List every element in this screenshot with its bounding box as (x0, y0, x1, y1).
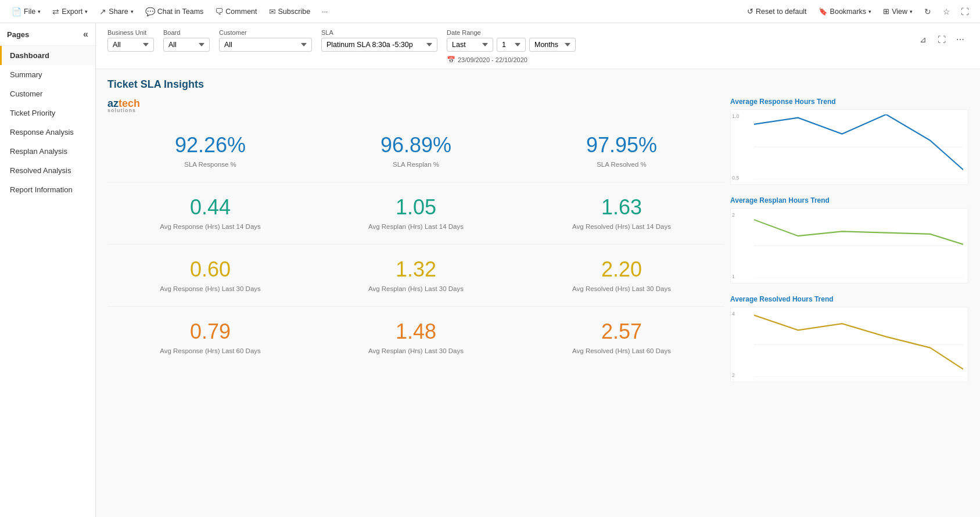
sidebar-item-customer[interactable]: Customer (0, 84, 95, 103)
filter-sla: SLA Platinum SLA 8:30a -5:30p (321, 29, 437, 52)
response-trend-chart: Average Response Hours Trend 1.0 0.5 (730, 98, 968, 185)
chevron-down-icon: ▾ (38, 9, 41, 15)
kpi-resplan-60d: 1.48 Avg Resplan (Hrs) Last 30 Days (313, 309, 519, 364)
kpi-label: Avg Response (Hrs) Last 14 Days (113, 222, 307, 231)
more-options-button[interactable]: ⋯ (952, 31, 968, 48)
bookmarks-button[interactable]: 🔖 Bookmarks ▾ (814, 5, 877, 18)
kpi-resolved-60d: 2.57 Avg Resolved (Hrs) Last 60 Days (519, 309, 724, 364)
kpi-row-4: 0.79 Avg Response (Hrs) Last 60 Days 1.4… (107, 309, 724, 364)
sidebar-item-label: Resplan Analysis (10, 147, 67, 156)
export-icon: ⇄ (52, 7, 59, 16)
board-label: Board (163, 29, 210, 36)
filter-bar: Business Unit All Board All Customer All… (96, 23, 980, 69)
sla-select[interactable]: Platinum SLA 8:30a -5:30p (321, 38, 437, 52)
filter-board: Board All (163, 29, 210, 52)
export-button[interactable]: ⇄ Export ▾ (48, 5, 92, 19)
customer-label: Customer (219, 29, 312, 36)
resplan-trend-chart: Average Resplan Hours Trend 2 1 (730, 196, 968, 283)
comment-button[interactable]: 🗨 Comment (210, 5, 261, 19)
resplan-y-min: 1 (732, 274, 735, 279)
kpi-sla-resplan: 96.89% SLA Resplan % (313, 123, 519, 177)
date-range-value: 📅 23/09/2020 - 22/10/2020 (447, 56, 576, 64)
date-range-row: Last 1 Months (447, 38, 576, 52)
view-icon: ⊞ (883, 7, 889, 16)
chat-in-teams-button[interactable]: 💬 Chat in Teams (141, 5, 209, 19)
kpi-value: 97.95% (525, 133, 719, 157)
fullscreen-button[interactable]: ⛶ (957, 3, 973, 20)
chat-in-teams-label: Chat in Teams (157, 8, 204, 16)
kpi-value: 1.32 (319, 257, 513, 282)
sidebar-item-resplan-analysis[interactable]: Resplan Analysis (0, 142, 95, 161)
resolved-trend-chart: Average Resolved Hours Trend 4 2 (730, 295, 968, 382)
business-unit-select[interactable]: All (107, 38, 154, 52)
kpi-sla-response: 92.26% SLA Response % (107, 123, 313, 177)
kpi-resolved-14d: 1.63 Avg Resolved (Hrs) Last 14 Days (519, 185, 724, 239)
kpi-row-2: 0.44 Avg Response (Hrs) Last 14 Days 1.0… (107, 185, 724, 239)
kpi-label: Avg Response (Hrs) Last 30 Days (113, 284, 307, 293)
sidebar-item-label: Customer (10, 89, 42, 98)
sidebar-item-resolved-analysis[interactable]: Resolved Analysis (0, 161, 95, 180)
kpi-value: 2.20 (525, 257, 719, 282)
comment-icon: 🗨 (215, 7, 223, 16)
kpi-value: 1.63 (525, 195, 719, 220)
star-button[interactable]: ☆ (938, 3, 954, 20)
toolbar-right: ↺ Reset to default 🔖 Bookmarks ▾ ⊞ View … (742, 3, 973, 20)
sidebar-header: Pages « (0, 23, 95, 46)
kpi-label: SLA Response % (113, 160, 307, 169)
sidebar-item-label: Resolved Analysis (10, 166, 71, 175)
resolved-y-min: 2 (732, 372, 735, 378)
kpi-response-60d: 0.79 Avg Response (Hrs) Last 60 Days (107, 309, 313, 364)
date-unit-select[interactable]: Months (529, 38, 576, 52)
sidebar-collapse-button[interactable]: « (83, 29, 88, 40)
resolved-chart-area: 4 2 (730, 307, 968, 382)
resplan-chart-svg (754, 213, 963, 278)
kpi-label: SLA Resplan % (319, 160, 513, 169)
resplan-y-max: 2 (732, 212, 735, 218)
business-unit-label: Business Unit (107, 29, 154, 36)
sidebar-item-ticket-priority[interactable]: Ticket Priority (0, 103, 95, 123)
sidebar-item-summary[interactable]: Summary (0, 65, 95, 84)
kpi-label: Avg Resplan (Hrs) Last 30 Days (319, 346, 513, 356)
date-qualifier-select[interactable]: Last (447, 38, 493, 52)
more-button[interactable]: ··· (317, 5, 332, 18)
response-chart-svg (754, 114, 963, 179)
calendar-icon: 📅 (447, 56, 455, 64)
file-button[interactable]: 📄 File ▾ (7, 5, 45, 19)
bookmarks-label: Bookmarks (830, 8, 867, 16)
subscribe-button[interactable]: ✉ Subscribe (264, 5, 315, 19)
more-label: ··· (322, 8, 328, 16)
view-button[interactable]: ⊞ View ▾ (878, 5, 917, 18)
refresh-button[interactable]: ↻ (920, 3, 936, 20)
kpi-row-3: 0.60 Avg Response (Hrs) Last 30 Days 1.3… (107, 247, 724, 301)
resolved-chart-title: Average Resolved Hours Trend (730, 295, 968, 303)
date-range-label: Date Range (447, 29, 576, 36)
share-button[interactable]: ↗ Share ▾ (95, 5, 138, 19)
bookmarks-icon: 🔖 (819, 7, 828, 16)
kpi-label: Avg Resolved (Hrs) Last 60 Days (525, 346, 719, 356)
teams-icon: 💬 (145, 7, 155, 16)
sidebar: Pages « Dashboard Summary Customer Ticke… (0, 23, 96, 517)
sidebar-item-report-information[interactable]: Report Information (0, 180, 95, 199)
sidebar-item-label: Report Information (10, 185, 73, 194)
toolbar: 📄 File ▾ ⇄ Export ▾ ↗ Share ▾ 💬 Chat in … (0, 0, 980, 23)
comment-label: Comment (225, 8, 257, 16)
filter-customer: Customer All (219, 29, 312, 52)
report-title: Ticket SLA Insights (107, 78, 968, 91)
reset-icon: ↺ (747, 7, 753, 16)
filter-icon-button[interactable]: ⊿ (915, 31, 931, 48)
kpi-value: 1.05 (319, 195, 513, 220)
sidebar-item-dashboard[interactable]: Dashboard (0, 46, 95, 65)
kpi-resplan-30d: 1.32 Avg Resplan (Hrs) Last 30 Days (313, 247, 519, 301)
kpi-sla-resolved: 97.95% SLA Resolved % (519, 123, 724, 177)
kpi-value: 1.48 (319, 319, 513, 344)
focus-mode-button[interactable]: ⛶ (934, 31, 950, 48)
board-select[interactable]: All (163, 38, 210, 52)
reset-to-default-button[interactable]: ↺ Reset to default (742, 5, 812, 18)
logo-sub: solutions (107, 107, 724, 113)
metrics-col: aztech solutions 92.26% SLA Response % 9… (107, 98, 724, 394)
sidebar-item-response-analysis[interactable]: Response Analysis (0, 123, 95, 142)
date-number-select[interactable]: 1 (497, 38, 526, 52)
customer-select[interactable]: All (219, 38, 312, 52)
resolved-chart-svg (754, 312, 963, 377)
sidebar-item-label: Response Analysis (10, 128, 74, 137)
